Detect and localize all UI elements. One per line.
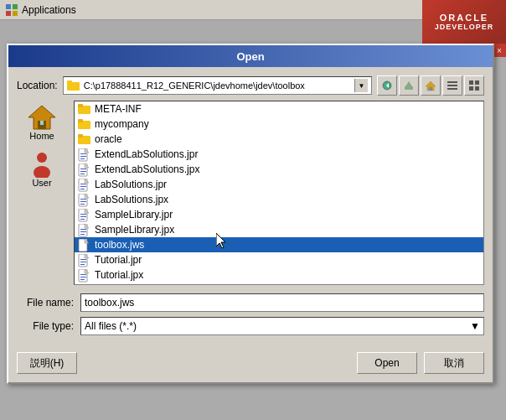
- svg-rect-42: [80, 184, 86, 184]
- svg-rect-62: [80, 244, 86, 245]
- svg-rect-67: [80, 259, 86, 260]
- filename-input[interactable]: [80, 293, 484, 312]
- file-name: LabSolutions.jpx: [95, 194, 168, 205]
- file-name: ExtendLabSolutions.jpr: [95, 148, 198, 160]
- bookmark-user[interactable]: User: [18, 151, 65, 188]
- dialog-title: Open: [236, 50, 264, 63]
- folder-icon: [78, 103, 91, 115]
- toolbar-buttons: [377, 75, 484, 96]
- svg-rect-59: [80, 234, 85, 235]
- button-row: 説明(H) Open 取消: [17, 347, 484, 374]
- svg-rect-44: [80, 189, 85, 189]
- location-label: Location:: [17, 80, 58, 91]
- doc-icon: [78, 209, 91, 220]
- up-icon: [403, 80, 415, 91]
- list-view-icon: [447, 80, 458, 91]
- bookmarks-panel: Home User: [17, 101, 67, 285]
- file-item[interactable]: Tutorial.jpx: [75, 267, 483, 283]
- svg-rect-29: [78, 134, 83, 137]
- bottom-fields: File name: File type: All files (*.*) ▼: [17, 293, 484, 335]
- svg-rect-52: [80, 214, 86, 215]
- file-item[interactable]: Tutorial.jpr: [75, 252, 483, 267]
- file-item[interactable]: mycompany: [75, 117, 483, 132]
- svg-rect-12: [447, 81, 457, 83]
- grid-view-icon: [468, 80, 480, 91]
- file-list-container[interactable]: META-INF mycompany oracle ExtendLabSolut…: [74, 101, 484, 285]
- back-icon: [382, 80, 392, 91]
- svg-rect-13: [447, 85, 457, 86]
- bookmark-home-label: Home: [29, 131, 54, 141]
- svg-rect-47: [80, 199, 86, 200]
- svg-point-23: [34, 166, 50, 178]
- filetype-row: File type: All files (*.*) ▼: [17, 317, 484, 335]
- toolbar-list-view-button[interactable]: [442, 75, 462, 96]
- svg-rect-39: [80, 174, 85, 174]
- file-item[interactable]: ExtendLabSolutions.jpx: [75, 162, 483, 177]
- folder-icon: [78, 118, 91, 130]
- file-item[interactable]: oracle: [75, 132, 483, 147]
- svg-rect-53: [80, 216, 86, 217]
- svg-rect-48: [80, 201, 86, 202]
- bookmark-home[interactable]: Home: [18, 104, 65, 141]
- location-folder-icon: [67, 80, 80, 91]
- oracle-close-button[interactable]: ×: [493, 44, 506, 57]
- filename-label: File name:: [17, 297, 74, 309]
- svg-rect-74: [80, 279, 85, 280]
- file-name: mycompany: [95, 118, 149, 130]
- location-row: Location: C:\p17888411_R12_GENERIC\jdevh…: [17, 75, 484, 96]
- home-bookmark-icon: [27, 104, 57, 131]
- file-name: SampleLibrary.jpx: [95, 224, 174, 236]
- toolbar-home-button[interactable]: [421, 75, 441, 96]
- open-dialog: Open Location: C:\p17888411_R12_GENERIC\…: [7, 44, 494, 384]
- location-dropdown[interactable]: C:\p17888411_R12_GENERIC\jdevhome\jdev\t…: [63, 76, 372, 95]
- file-list: META-INF mycompany oracle ExtendLabSolut…: [75, 101, 483, 283]
- svg-rect-69: [80, 264, 85, 265]
- file-item[interactable]: LabSolutions.jpx: [75, 192, 483, 207]
- svg-rect-43: [80, 186, 86, 187]
- svg-rect-17: [469, 86, 473, 91]
- file-item[interactable]: toolbox.jws: [75, 237, 483, 252]
- file-item[interactable]: SampleLibrary.jpx: [75, 222, 483, 237]
- svg-rect-32: [80, 153, 86, 154]
- svg-rect-54: [80, 219, 85, 220]
- toolbar-grid-view-button[interactable]: [464, 75, 484, 96]
- svg-rect-21: [40, 121, 44, 125]
- open-button[interactable]: Open: [357, 352, 417, 374]
- svg-rect-38: [80, 171, 86, 172]
- doc-icon: [78, 269, 91, 281]
- file-item[interactable]: LabSolutions.jpr: [75, 177, 483, 192]
- svg-rect-68: [80, 262, 86, 262]
- file-item[interactable]: SampleLibrary.jpr: [75, 207, 483, 222]
- svg-rect-57: [80, 229, 86, 230]
- file-name: Tutorial.jpx: [95, 269, 143, 281]
- cancel-button[interactable]: 取消: [424, 352, 484, 374]
- doc-icon: [78, 148, 91, 160]
- svg-rect-5: [67, 80, 72, 84]
- bookmark-user-label: User: [32, 178, 51, 188]
- svg-rect-15: [469, 80, 473, 85]
- home-icon: [425, 80, 436, 91]
- applications-icon: [5, 3, 18, 17]
- svg-rect-64: [80, 249, 85, 250]
- svg-rect-0: [6, 4, 11, 9]
- help-button[interactable]: 説明(H): [17, 352, 77, 374]
- location-dropdown-arrow[interactable]: ▼: [354, 79, 368, 92]
- svg-rect-72: [80, 274, 86, 275]
- file-name: META-INF: [95, 103, 142, 115]
- svg-rect-27: [78, 119, 83, 122]
- svg-marker-9: [405, 81, 412, 86]
- file-name: toolbox.jws: [95, 239, 144, 251]
- top-bar-label: Applications: [22, 4, 76, 16]
- svg-point-22: [37, 153, 47, 163]
- toolbar-back-button[interactable]: [377, 75, 397, 96]
- svg-rect-34: [80, 158, 85, 159]
- doc-icon: [78, 179, 91, 190]
- file-name: LabSolutions.jpr: [95, 179, 167, 190]
- toolbar-up-button[interactable]: [399, 75, 419, 96]
- file-item[interactable]: META-INF: [75, 101, 483, 117]
- svg-rect-25: [78, 104, 83, 107]
- svg-rect-49: [80, 204, 85, 205]
- file-item[interactable]: ExtendLabSolutions.jpr: [75, 147, 483, 162]
- filetype-dropdown[interactable]: All files (*.*) ▼: [80, 317, 484, 335]
- svg-rect-2: [6, 11, 11, 16]
